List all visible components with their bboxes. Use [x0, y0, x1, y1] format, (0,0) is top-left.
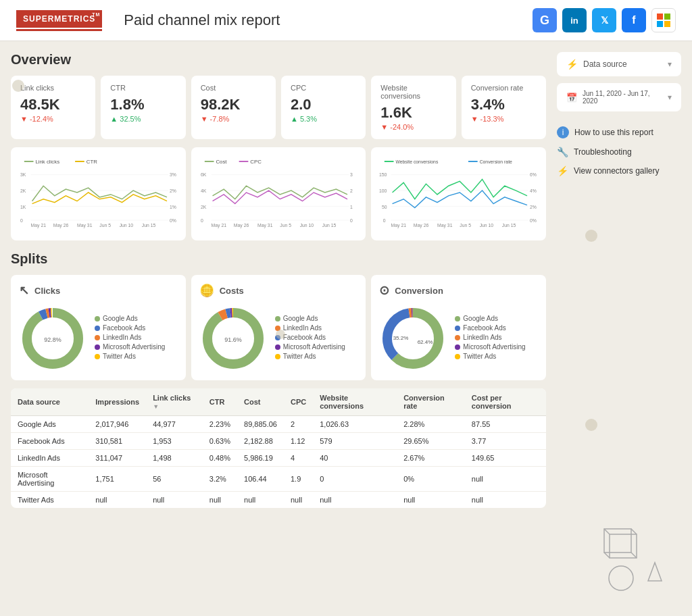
charts-row: Link clicks CTR 3K 2K 1K 0 3% 2% 1%: [11, 147, 546, 240]
kpi-cost-label: Cost: [201, 84, 266, 92]
svg-line-90: [631, 553, 637, 558]
table-cell: null: [146, 492, 203, 509]
svg-text:Link clicks: Link clicks: [35, 159, 59, 165]
chart-clicks-ctr: Link clicks CTR 3K 2K 1K 0 3% 2% 1%: [11, 147, 186, 240]
troubleshooting-link[interactable]: 🔧 Troubleshooting: [557, 147, 681, 157]
overview-section: Overview Link clicks 48.5K -12.4% CTR 1.…: [11, 52, 546, 240]
svg-text:0: 0: [201, 218, 203, 223]
logo: SUPERMETRICS TM: [16, 10, 102, 31]
datasource-selector[interactable]: ⚡ Data source ▾: [557, 52, 681, 76]
svg-text:0%: 0%: [530, 218, 537, 223]
daterange-selector[interactable]: 📅 Jun 11, 2020 - Jun 17, 2020 ▾: [557, 83, 681, 111]
table-cell: 2: [284, 416, 313, 433]
splits-title: Splits: [11, 251, 546, 267]
table-cell: null: [203, 492, 237, 509]
google-ads-header-icon[interactable]: G: [533, 8, 557, 32]
svg-text:May 21: May 21: [31, 223, 47, 228]
how-to-use-label: How to use this report: [574, 128, 653, 137]
header-icons: G in 𝕏 f: [533, 8, 676, 32]
table-cell: 0.63%: [203, 433, 237, 450]
kpi-cost-value: 98.2K: [201, 96, 266, 113]
svg-marker-92: [648, 563, 662, 581]
how-to-use-link[interactable]: i How to use this report: [557, 126, 681, 138]
col-link-clicks[interactable]: Link clicks ▼: [146, 388, 203, 416]
donut-costs-chart: 91.6%: [199, 305, 267, 372]
table-cell: 0%: [397, 467, 465, 492]
table-cell: 5,986.19: [237, 450, 284, 467]
svg-text:2%: 2%: [170, 188, 176, 193]
donut-conversion: ⊙ Conversion: [371, 275, 546, 380]
facebook-header-icon[interactable]: f: [622, 8, 646, 32]
svg-point-91: [609, 566, 633, 590]
svg-line-89: [604, 553, 610, 558]
table-cell: 3.2%: [203, 467, 237, 492]
svg-text:CTR: CTR: [86, 159, 97, 165]
table-cell: 87.55: [465, 416, 546, 433]
table-cell: 2.67%: [397, 450, 465, 467]
kpi-cpc-value: 2.0: [291, 96, 356, 113]
svg-text:May 31: May 31: [437, 223, 453, 228]
logo-text: SUPERMETRICS: [23, 14, 95, 24]
calendar-icon: 📅: [566, 93, 577, 103]
table-row: Facebook Ads310,5811,9530.63%2,182.881.1…: [11, 433, 546, 450]
table-cell: 89,885.06: [237, 416, 284, 433]
cursor-icon: ↖: [19, 283, 29, 298]
table-cell: 40: [313, 450, 397, 467]
svg-text:Jun 5: Jun 5: [280, 223, 291, 228]
connectors-link[interactable]: ⚡ View connectors gallery: [557, 165, 681, 176]
svg-text:62.4%: 62.4%: [418, 339, 433, 345]
kpi-cr-change: -13.3%: [471, 115, 537, 123]
table-cell: 1,498: [146, 450, 203, 467]
table-cell: 149.65: [465, 450, 546, 467]
datasource-chevron: ▾: [668, 59, 672, 69]
kpi-cpc: CPC 2.0 5.3%: [281, 76, 366, 139]
table-cell: null: [465, 492, 546, 509]
col-cpc[interactable]: CPC: [284, 388, 313, 416]
twitter-header-icon[interactable]: 𝕏: [592, 8, 616, 32]
donut-clicks-content: 92.8% Google Ads Facebook Ads LinkedIn A…: [19, 305, 178, 372]
svg-text:92.8%: 92.8%: [44, 336, 61, 343]
col-website-conversions[interactable]: Website conversions: [313, 388, 397, 416]
svg-text:3: 3: [350, 172, 353, 177]
col-cost-per-conversion[interactable]: Cost per conversion: [465, 388, 546, 416]
wrench-icon: 🔧: [557, 147, 568, 157]
linkedin-header-icon[interactable]: in: [562, 8, 587, 32]
svg-text:3K: 3K: [20, 172, 26, 177]
table-cell: null: [284, 492, 313, 509]
svg-text:Jun 15: Jun 15: [322, 223, 337, 228]
main-content: Overview Link clicks 48.5K -12.4% CTR 1.…: [0, 41, 692, 519]
page-wrapper: SUPERMETRICS TM Paid channel mix report …: [0, 0, 692, 616]
table-cell: null: [397, 492, 465, 509]
donut-conversion-chart: 35.2% 62.4%: [379, 305, 447, 372]
col-impressions[interactable]: Impressions: [89, 388, 146, 416]
col-ctr[interactable]: CTR: [203, 388, 237, 416]
col-cost[interactable]: Cost: [237, 388, 284, 416]
svg-text:May 26: May 26: [414, 223, 429, 228]
page-title: Paid channel mix report: [124, 11, 280, 29]
left-panel: Overview Link clicks 48.5K -12.4% CTR 1.…: [11, 52, 546, 508]
table-cell: 579: [313, 433, 397, 450]
troubleshooting-label: Troubleshooting: [574, 147, 632, 157]
kpi-ctr-change: 32.5%: [110, 115, 176, 123]
target-icon: ⊙: [379, 283, 389, 298]
right-panel: ⚡ Data source ▾ 📅 Jun 11, 2020 - Jun 17,…: [546, 52, 681, 508]
svg-text:6K: 6K: [201, 172, 207, 177]
table-cell: 106.44: [237, 467, 284, 492]
data-table: Data source Impressions Link clicks ▼ CT…: [11, 388, 546, 508]
table-cell: 29.65%: [397, 433, 465, 450]
svg-text:6%: 6%: [530, 172, 537, 177]
table-cell: 2.23%: [203, 416, 237, 433]
table-cell: 0: [313, 467, 397, 492]
col-datasource[interactable]: Data source: [11, 388, 89, 416]
connectors-label: View connectors gallery: [574, 166, 660, 176]
microsoft-header-icon[interactable]: [651, 8, 676, 32]
svg-text:50: 50: [382, 205, 387, 209]
col-conversion-rate[interactable]: Conversion rate: [397, 388, 465, 416]
datasource-label: Data source: [583, 59, 662, 69]
svg-text:1: 1: [350, 205, 353, 209]
donut-conversion-title: Conversion: [395, 286, 443, 296]
daterange-label: Jun 11, 2020 - Jun 17, 2020: [583, 90, 662, 105]
svg-text:0: 0: [383, 218, 386, 223]
svg-text:91.6%: 91.6%: [224, 336, 242, 343]
plug-icon-datasource: ⚡: [566, 59, 578, 70]
